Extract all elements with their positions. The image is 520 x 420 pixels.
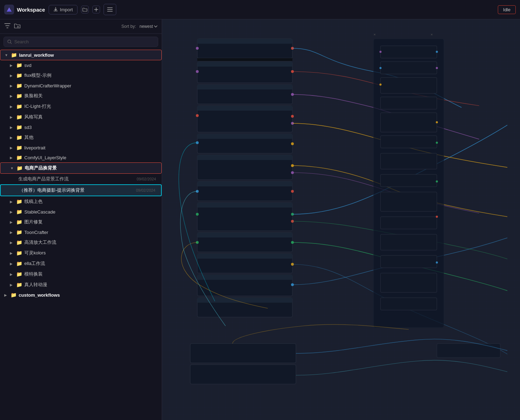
- svg-point-33: [196, 47, 199, 50]
- folder-name: flux模型-示例: [24, 72, 51, 79]
- svg-point-68: [379, 67, 382, 69]
- svg-point-69: [379, 84, 382, 86]
- folder-name: StableCascade: [24, 209, 55, 215]
- chevron-collapsed-icon: ▶: [10, 63, 14, 67]
- folder-name: liveportrait: [24, 145, 45, 150]
- svg-rect-50: [197, 275, 292, 280]
- folder-dynami[interactable]: ▶ 📁 DynamiCrafterWrapper: [0, 81, 162, 91]
- folder-xiangao[interactable]: ▶ 📁 线稿上色: [0, 196, 162, 207]
- svg-rect-66: [380, 298, 437, 310]
- idle-badge: Idle: [498, 5, 516, 14]
- logo-text: Workspace: [17, 7, 45, 13]
- svg-point-73: [436, 142, 438, 144]
- folder-name: 线稿上色: [24, 198, 43, 205]
- folder-huanlian[interactable]: ▶ 📁 换脸相关: [0, 91, 162, 101]
- workflow-date: 09/02/2024: [137, 177, 156, 181]
- svg-rect-45: [197, 155, 292, 160]
- workflow-item-2[interactable]: （推荐）电商摄影-提示词换背景 09/02/2024: [0, 184, 162, 196]
- folder-fengge[interactable]: ▶ 📁 风格写真: [0, 112, 162, 122]
- folder-stablecascade[interactable]: ▶ 📁 StableCascade: [0, 207, 162, 217]
- folder-tupian-xiufu[interactable]: ▶ 📁 图片修复: [0, 217, 162, 227]
- svg-rect-40: [197, 39, 292, 44]
- menu-button[interactable]: [104, 4, 116, 15]
- svg-rect-44: [197, 134, 292, 139]
- svg-rect-55: [380, 78, 437, 93]
- new-folder-sidebar-icon[interactable]: [14, 23, 20, 30]
- filter-icon[interactable]: [4, 23, 11, 30]
- chevron-expand-icon: ▼: [5, 53, 9, 57]
- svg-rect-54: [380, 62, 437, 74]
- folder-custom-workflows[interactable]: ▶ 📁 custom_workflows: [0, 290, 162, 300]
- svg-rect-47: [197, 203, 292, 208]
- folder-name: 图片修复: [24, 219, 43, 225]
- svg-point-27: [291, 190, 294, 193]
- svg-point-67: [379, 51, 382, 53]
- svg-rect-62: [380, 217, 437, 229]
- svg-rect-56: [380, 97, 437, 109]
- node-graph: ✕ ✕ ✓ 🔊: [162, 19, 520, 420]
- folder-liveportrait[interactable]: ▶ 📁 liveportrait: [0, 143, 162, 153]
- logo-icon: [4, 5, 14, 14]
- svg-point-76: [436, 261, 438, 264]
- new-folder-button[interactable]: [81, 6, 89, 13]
- svg-point-74: [436, 180, 438, 183]
- svg-point-34: [196, 70, 199, 73]
- svg-rect-41: [197, 62, 292, 67]
- sidebar-toolbar: Sort by: newest: [0, 19, 162, 34]
- folder-sd3[interactable]: ▶ 📁 sd3: [0, 122, 162, 132]
- folder-zhenren[interactable]: ▶ 📁 真人转动漫: [0, 279, 162, 290]
- folder-tooncrafter[interactable]: ▶ 📁 ToonCrafter: [0, 227, 162, 237]
- sort-dropdown[interactable]: newest: [140, 24, 157, 29]
- svg-rect-64: [380, 255, 437, 268]
- svg-point-75: [436, 216, 438, 218]
- folder-name: 电商产品换背景: [25, 165, 57, 171]
- folder-name: ToonCrafter: [24, 230, 48, 235]
- folder-iclight[interactable]: ▶ 📁 IC-Light-打光: [0, 101, 162, 112]
- svg-rect-60: [380, 174, 437, 187]
- svg-point-38: [196, 213, 199, 216]
- chevron-down-icon: [154, 25, 157, 28]
- folder-hd[interactable]: ▶ 📁 高清放大工作流: [0, 237, 162, 248]
- sort-label: Sort by:: [122, 24, 136, 29]
- folder-comfyui-layerstyle[interactable]: ▶ 📁 ComfyUI_LayerStyle: [0, 153, 162, 162]
- logo: Workspace: [4, 5, 45, 14]
- folder-mote-huanzhuang[interactable]: ▶ 📁 模特换装: [0, 269, 162, 279]
- folder-name: 高清放大工作流: [24, 239, 56, 246]
- svg-rect-51: [197, 298, 292, 303]
- add-button[interactable]: [92, 6, 100, 13]
- workflow-item-1[interactable]: 生成电商产品背景工作流 09/02/2024: [0, 174, 162, 184]
- folder-name: 换脸相关: [24, 93, 43, 99]
- svg-rect-80: [190, 365, 296, 384]
- folder-keling[interactable]: ▶ 📁 可灵kolors: [0, 248, 162, 258]
- svg-rect-57: [380, 113, 437, 132]
- svg-point-35: [196, 114, 199, 117]
- svg-rect-59: [380, 153, 437, 169]
- topbar: Workspace Import Idle: [0, 0, 520, 19]
- svg-text:✕: ✕: [373, 33, 376, 36]
- folder-name: sd3: [24, 125, 32, 130]
- folder-qita[interactable]: ▶ 📁 其他: [0, 132, 162, 143]
- svg-rect-49: [197, 254, 292, 259]
- svg-rect-63: [380, 234, 437, 250]
- svg-rect-42: [197, 85, 292, 89]
- folder-name: IC-Light-打光: [24, 103, 51, 110]
- folder-ella[interactable]: ▶ 📁 ella工作流: [0, 258, 162, 269]
- folder-icon: 📁: [16, 62, 22, 68]
- svg-text:✕: ✕: [431, 33, 433, 36]
- folder-name: lanrui_workflow: [19, 52, 54, 58]
- svg-rect-43: [197, 106, 292, 111]
- folder-lanrui-workflow[interactable]: ▼ 📁 lanrui_workflow: [0, 50, 162, 60]
- folder-name: 其他: [24, 134, 33, 141]
- folder-name: 模特换装: [24, 271, 43, 277]
- search-input[interactable]: [14, 39, 154, 44]
- svg-rect-7: [197, 58, 292, 61]
- canvas-area[interactable]: ✕ ✕ ✓ 🔊: [162, 19, 520, 420]
- folder-flux[interactable]: ▶ 📁 flux模型-示例: [0, 70, 162, 81]
- import-button[interactable]: Import: [49, 5, 78, 14]
- folder-name: custom_workflows: [19, 292, 60, 298]
- folder-ecommerce[interactable]: ▼ 📁 电商产品换背景: [0, 162, 162, 174]
- folder-svd[interactable]: ▶ 📁 svd: [0, 60, 162, 70]
- svg-rect-65: [380, 273, 437, 292]
- search-icon: [7, 39, 12, 44]
- folder-name: svd: [24, 63, 31, 68]
